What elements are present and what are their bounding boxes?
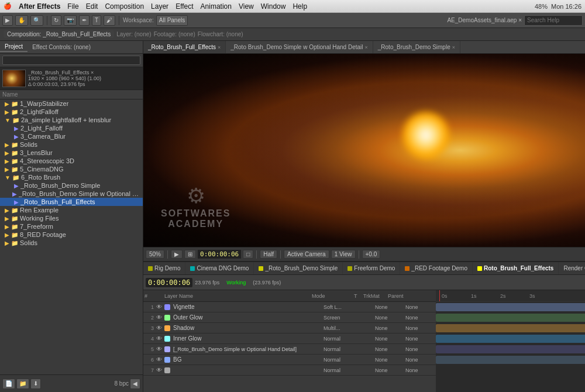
search-help-input[interactable] (524, 15, 583, 26)
list-item[interactable]: ▶📁3_LensBlur (0, 149, 143, 157)
tl-tab-red[interactable]: _RED Footage Demo (400, 262, 473, 276)
list-item[interactable]: ▶📁Ren Example (0, 206, 143, 214)
scroll-left-btn[interactable]: ◀ (130, 379, 140, 389)
layer-row-1[interactable]: 1 👁 Vignette Soft L... None None (143, 302, 436, 312)
import-btn[interactable]: ⬇ (30, 379, 41, 389)
menu-file[interactable]: File (67, 2, 78, 11)
layer-visibility[interactable]: 👁 (155, 356, 163, 363)
list-item[interactable]: ▶📁7_Freeform (0, 222, 143, 231)
list-item[interactable]: ▶2_Light_Falloff (0, 124, 143, 132)
layer-bar-2[interactable] (436, 314, 585, 322)
camera-selector[interactable]: Active Camera (284, 250, 329, 259)
list-item[interactable]: ▶📁Working Files (0, 214, 143, 222)
layer-row-5[interactable]: 5 👁 [_Roto_Brush_Demo Simple w Optional … (143, 344, 436, 355)
layer-row-2[interactable]: 2 👁 Outer Glow Screen None None (143, 312, 436, 323)
layer-trkmat[interactable]: None (375, 304, 404, 310)
comp-tab-roto-full[interactable]: _Roto_Brush_Full_Effects × (143, 41, 226, 54)
layer-mode[interactable]: Normal (324, 367, 364, 373)
tl-tab-rig[interactable]: Rig Demo (143, 262, 185, 276)
list-item[interactable]: ▶📁4_Stereoscopic 3D (0, 157, 143, 165)
layer-visibility[interactable]: 👁 (155, 367, 163, 373)
grid-btn[interactable]: ⊞ (184, 250, 196, 259)
menu-effect[interactable]: Effect (176, 2, 193, 11)
tool-zoom[interactable]: 🔍 (30, 15, 43, 26)
tool-text[interactable]: T (92, 15, 101, 26)
layer-visibility[interactable]: 👁 (155, 325, 163, 331)
layer-mode[interactable]: Multil... (324, 325, 364, 331)
menu-composition[interactable]: Composition (105, 2, 144, 11)
layer-mode[interactable]: Normal (324, 346, 364, 352)
comp-tab-close[interactable]: × (452, 44, 455, 50)
project-search-input[interactable] (2, 56, 140, 65)
layer-mode[interactable]: Normal (324, 357, 364, 363)
layer-trkmat[interactable]: None (375, 336, 404, 342)
exposure-control[interactable]: +0.0 (362, 250, 381, 259)
layer-trkmat[interactable]: None (375, 367, 404, 373)
menu-window[interactable]: Window (261, 2, 286, 11)
layer-parent[interactable]: None (405, 315, 435, 321)
workspace-selector[interactable]: All Panels (156, 15, 188, 26)
menu-layer[interactable]: Layer (151, 2, 168, 11)
always-preview-btn[interactable]: ▶ (171, 250, 183, 259)
tl-tab-render[interactable]: Render Queue (559, 262, 585, 276)
list-item[interactable]: ▶📁8_RED Footage (0, 231, 143, 239)
comp-tab-roto-simple[interactable]: _Roto_Brush_Demo Simple × (373, 41, 460, 54)
layer-row-7[interactable]: 7 👁 Normal None None (143, 365, 436, 376)
tl-tab-freeform[interactable]: Freeform Demo (343, 262, 400, 276)
layer-trkmat[interactable]: None (375, 357, 404, 363)
layer-mode[interactable]: Normal (324, 336, 364, 342)
layer-bar-4[interactable] (436, 335, 585, 343)
menu-help[interactable]: Help (292, 2, 307, 11)
new-composition-btn[interactable]: 📄 (2, 379, 15, 389)
layer-visibility[interactable]: 👁 (155, 314, 163, 321)
list-item[interactable]: ▶📁2_LightFalloff (0, 108, 143, 116)
layer-parent[interactable]: None (405, 336, 435, 342)
apple-menu[interactable]: 🍎 (4, 2, 12, 10)
comp-tab-roto-hand[interactable]: _Roto Brush_Demo Simple w Optional Hand … (226, 41, 373, 54)
tab-project[interactable]: Project (0, 42, 27, 52)
region-of-interest-btn[interactable]: □ (243, 250, 253, 259)
layer-trkmat[interactable]: None (375, 315, 404, 321)
list-item[interactable]: ▶_Roto_Brush_Demo Simple (0, 181, 143, 190)
list-item[interactable]: ▶3_Camera_Blur (0, 132, 143, 140)
layer-visibility[interactable]: 👁 (155, 304, 163, 310)
menu-animation[interactable]: Animation (201, 2, 232, 11)
list-item[interactable]: ▶📁Solids (0, 140, 143, 149)
layer-bar-3[interactable] (436, 324, 585, 332)
menu-edit[interactable]: Edit (86, 2, 98, 11)
timeline-ruler[interactable]: 0s 1s 2s 3s (436, 290, 585, 392)
list-item[interactable]: ▼📁2a_simple Lightfalloff + lensblur (0, 116, 143, 124)
layer-parent[interactable]: None (405, 346, 435, 352)
comp-tab-close[interactable]: × (365, 44, 368, 50)
tool-select[interactable]: ▶ (2, 15, 13, 26)
list-item[interactable]: ▶📁5_CinemaDNG (0, 165, 143, 173)
quality-selector[interactable]: Half (260, 250, 277, 259)
menu-view[interactable]: View (239, 2, 254, 11)
list-item[interactable]: ▶_Roto_Brush_Demo Simple w Optional Hand… (0, 190, 143, 198)
layer-mode[interactable]: Screen (324, 315, 364, 321)
layer-bar-1[interactable] (436, 303, 585, 311)
tool-camera[interactable]: 📷 (64, 15, 77, 26)
magnification-selector[interactable]: 50% (146, 250, 164, 259)
new-folder-btn[interactable]: 📁 (16, 379, 29, 389)
layer-parent[interactable]: None (405, 357, 435, 363)
tab-effect-controls[interactable]: Effect Controls: (none) (27, 43, 95, 51)
layer-visibility[interactable]: 👁 (155, 335, 163, 342)
list-item[interactable]: ▶📁Solids (0, 239, 143, 247)
list-item[interactable]: ▶📁1_WarpStabilizer (0, 99, 143, 108)
layer-visibility[interactable]: 👁 (155, 346, 163, 352)
tl-tab-roto-full[interactable]: Roto_Brush_Full_Effects (473, 262, 559, 276)
views-selector[interactable]: 1 View (331, 250, 356, 259)
list-item-selected[interactable]: ▶_Roto_Brush_Full_Effects (0, 198, 143, 206)
tool-rotate[interactable]: ↻ (51, 15, 61, 26)
layer-trkmat[interactable]: None (375, 325, 404, 331)
tool-brush[interactable]: 🖌 (104, 15, 115, 26)
layer-parent[interactable]: None (405, 304, 435, 310)
layer-trkmat[interactable]: None (375, 346, 404, 352)
layer-row-4[interactable]: 4 👁 Inner Glow Normal None None (143, 333, 436, 344)
layer-mode[interactable]: Soft L... (324, 304, 364, 310)
tool-hand[interactable]: ✋ (15, 15, 28, 26)
layer-bar-5[interactable] (436, 345, 585, 353)
tl-tab-cdng[interactable]: Cinema DNG Demo (185, 262, 254, 276)
comp-tab-close[interactable]: × (218, 44, 221, 50)
